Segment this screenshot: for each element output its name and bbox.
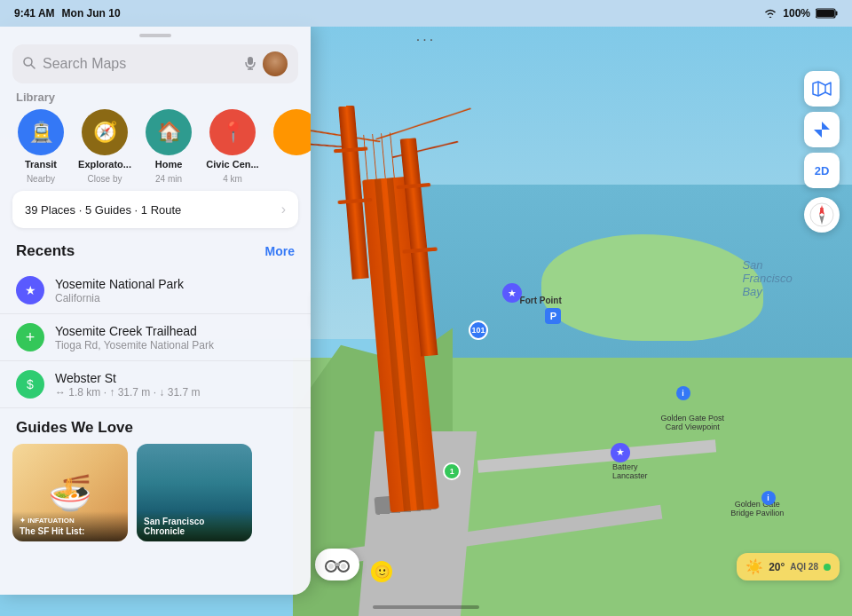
directions-icon <box>813 121 831 138</box>
recent-info-webster-st: Webster St ↔ 1.8 km · ↑ 31.7 m · ↓ 31.7 … <box>55 371 295 399</box>
home-icon: 🏠 <box>146 109 192 155</box>
directions-button[interactable] <box>804 112 840 147</box>
places-bar[interactable]: 39 Places · 5 Guides · 1 Route › <box>12 191 298 228</box>
aqi-dot <box>824 564 831 571</box>
battery-icon <box>816 8 838 19</box>
guide-card-sf-chronicle[interactable]: San Francisco Chronicle <box>137 444 252 541</box>
svg-text:N: N <box>820 207 824 212</box>
home-bar <box>373 605 479 609</box>
transit-label: Transit <box>25 159 57 170</box>
recent-sub-webster-st: ↔ 1.8 km · ↑ 31.7 m · ↓ 31.7 m <box>55 386 295 399</box>
drag-handle[interactable] <box>139 34 171 37</box>
svg-rect-18 <box>248 57 253 65</box>
guide-label-1: ✦ INFATUATION The SF Hit List: <box>12 511 128 541</box>
svg-rect-1 <box>836 12 838 16</box>
compass-icon: N <box>809 202 834 227</box>
guide-text-2: San Francisco Chronicle <box>144 517 245 536</box>
transit-sublabel: Nearby <box>27 174 55 184</box>
map-controls: 2D N <box>804 71 840 233</box>
civic-center-sublabel: 4 km <box>223 174 242 184</box>
highway-101-badge: 101 <box>469 320 488 340</box>
recent-name-creek-trailhead: Yosemite Creek Trailhead <box>55 324 295 338</box>
status-right: 100% <box>763 7 838 20</box>
weather-widget: ☀️ 20° AQI 28 <box>737 553 840 580</box>
svg-rect-13 <box>335 563 340 566</box>
places-text: 39 Places · 5 Guides · 1 Route <box>25 203 181 217</box>
recents-title: Recents <box>16 242 75 260</box>
more-button[interactable]: More <box>265 244 295 258</box>
quick-action-5[interactable] <box>264 109 311 184</box>
compass-button[interactable]: N <box>804 197 840 233</box>
map-view-button[interactable] <box>804 71 840 107</box>
parking-badge: P <box>545 308 561 324</box>
svg-point-14 <box>328 564 334 569</box>
recents-header: Recents More <box>0 239 311 267</box>
recent-name-yosemite-np: Yosemite National Park <box>55 277 295 291</box>
guide-text-1: The SF Hit List: <box>20 526 121 536</box>
search-icon <box>23 57 36 72</box>
view-mode-button[interactable]: 2D <box>804 153 840 188</box>
guides-row: 🍜 ✦ INFATUATION The SF Hit List: San Fra… <box>0 444 311 541</box>
recent-name-webster-st: Webster St <box>55 371 295 385</box>
guide-logo-1: ✦ INFATUATION <box>20 517 121 525</box>
recent-item-webster-st[interactable]: $ Webster St ↔ 1.8 km · ↑ 31.7 m · ↓ 31.… <box>0 361 311 408</box>
civic-center-icon: 📍 <box>209 109 256 155</box>
exploration-icon: 🧭 <box>82 109 128 155</box>
recent-info-creek-trailhead: Yosemite Creek Trailhead Tioga Rd, Yosem… <box>55 324 295 351</box>
quick-action-home[interactable]: 🏠 Home 24 min <box>137 109 201 184</box>
smiley-icon: 🙂 <box>371 561 392 582</box>
info-pin-1: i <box>676 386 690 400</box>
avatar-image <box>263 51 288 76</box>
aqi-label: AQI 28 <box>790 562 818 572</box>
quick-action-exploration[interactable]: 🧭 Explorato... Close by <box>73 109 137 184</box>
qa5-icon <box>273 109 311 155</box>
weather-sun-icon: ☀️ <box>746 558 763 575</box>
library-section-title: Library <box>0 91 311 109</box>
home-sublabel: 24 min <box>155 174 182 184</box>
chevron-right-icon: › <box>281 201 286 217</box>
transit-icon: 🚊 <box>18 109 64 155</box>
status-date: Mon Jun 10 <box>62 7 121 20</box>
status-bar: 9:41 AM Mon Jun 10 100% <box>0 0 852 27</box>
svg-point-15 <box>341 564 346 569</box>
civic-center-label: Civic Cen... <box>206 159 258 170</box>
svg-marker-6 <box>814 122 830 138</box>
recent-sub-yosemite-np: California <box>55 292 295 304</box>
recent-info-yosemite-np: Yosemite National Park California <box>55 277 295 304</box>
exploration-label: Explorato... <box>78 159 131 170</box>
sidebar-panel: Search Maps Library 🚊 Transit Nearby 🧭 E… <box>0 27 311 595</box>
yosemite-np-icon: ★ <box>16 276 44 304</box>
weather-temp: 20° <box>769 561 785 573</box>
avatar[interactable] <box>263 51 288 76</box>
svg-line-17 <box>31 65 35 68</box>
status-battery: 100% <box>783 7 810 20</box>
microphone-icon[interactable] <box>245 56 256 73</box>
binoculars-icon <box>325 556 350 573</box>
guides-title: Guides We Love <box>0 408 311 444</box>
search-bar[interactable]: Search Maps <box>12 44 298 83</box>
status-time: 9:41 AM <box>14 7 55 20</box>
wifi-icon <box>763 8 777 19</box>
binoculars-button[interactable] <box>315 549 359 580</box>
info-pin-2: i <box>761 491 776 505</box>
map-view-icon <box>812 80 832 98</box>
three-dot-menu[interactable]: ··· <box>416 32 436 48</box>
guide-card-infatuation[interactable]: 🍜 ✦ INFATUATION The SF Hit List: <box>12 444 128 541</box>
quick-actions: 🚊 Transit Nearby 🧭 Explorato... Close by… <box>0 109 311 191</box>
webster-st-icon: $ <box>16 370 44 399</box>
quick-action-civic-center[interactable]: 📍 Civic Cen... 4 km <box>201 109 264 184</box>
battery-lancaster-pin: ★ <box>611 443 630 462</box>
exploration-sublabel: Close by <box>88 174 122 184</box>
svg-rect-2 <box>816 10 834 17</box>
search-input[interactable]: Search Maps <box>43 56 238 72</box>
view-mode-label: 2D <box>815 164 830 178</box>
recent-item-yosemite-np[interactable]: ★ Yosemite National Park California <box>0 267 311 314</box>
recent-sub-creek-trailhead: Tioga Rd, Yosemite National Park <box>55 339 295 351</box>
svg-marker-3 <box>813 82 831 96</box>
guide-label-2: San Francisco Chronicle <box>137 511 252 541</box>
quick-action-transit[interactable]: 🚊 Transit Nearby <box>9 109 73 184</box>
creek-trailhead-icon: + <box>16 323 44 351</box>
recent-item-creek-trailhead[interactable]: + Yosemite Creek Trailhead Tioga Rd, Yos… <box>0 314 311 361</box>
home-label: Home <box>155 159 183 170</box>
status-left: 9:41 AM Mon Jun 10 <box>14 7 121 20</box>
